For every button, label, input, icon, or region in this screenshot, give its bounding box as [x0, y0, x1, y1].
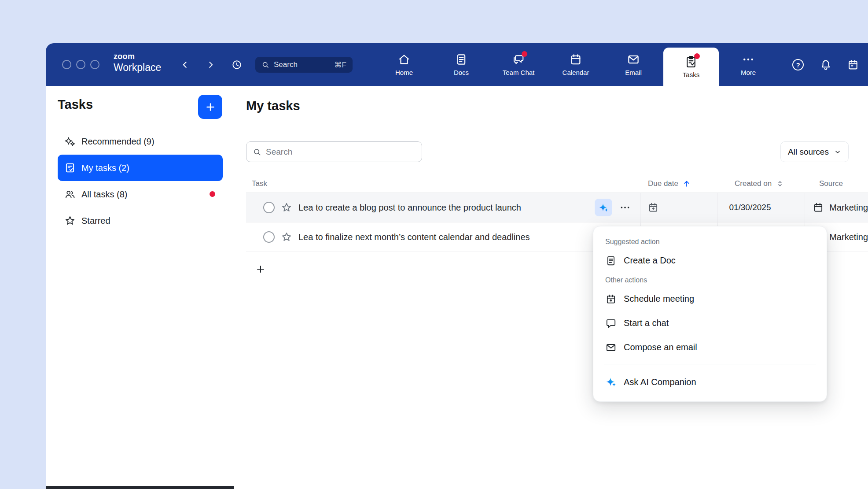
- team-chat-icon: [512, 53, 525, 66]
- other-actions-label: Other actions: [593, 273, 827, 287]
- calendar-panel-button[interactable]: [846, 58, 860, 71]
- chevron-down-icon: [834, 148, 841, 156]
- created-on-cell: 01/30/2025: [718, 193, 805, 222]
- popup-item-schedule-meeting[interactable]: Schedule meeting: [593, 287, 827, 311]
- sidebar-item-starred[interactable]: Starred: [58, 207, 223, 234]
- nav-more[interactable]: More: [724, 43, 772, 86]
- popup-item-ask-ai-companion[interactable]: Ask AI Companion: [593, 369, 827, 395]
- sidebar-item-recommended[interactable]: Recommended (9): [58, 128, 223, 155]
- add-task-inline-button[interactable]: [254, 263, 267, 276]
- popup-item-label: Ask AI Companion: [624, 377, 696, 387]
- popup-divider: [604, 364, 816, 364]
- nav-label: Tasks: [683, 71, 699, 78]
- sources-filter-value: All sources: [788, 147, 829, 157]
- sidebar-list: Recommended (9) My tasks (2) All tasks (…: [58, 128, 223, 234]
- source-value: Marketing: [829, 232, 868, 242]
- more-ellipsis-icon: [742, 53, 755, 66]
- task-cell: Lea to finalize next month’s content cal…: [246, 222, 641, 252]
- envelope-icon: [605, 342, 617, 353]
- sparkles-icon: [64, 136, 76, 147]
- chevron-left-icon: [180, 60, 190, 70]
- row-more-button[interactable]: [618, 201, 632, 214]
- tasks-search-field[interactable]: [246, 141, 422, 162]
- nav-team-chat[interactable]: Team Chat: [494, 43, 543, 86]
- suggested-action-label: Suggested action: [593, 234, 827, 248]
- tasks-sidebar: Tasks Recommended (9) My tasks (2): [46, 86, 234, 489]
- tasks-search-input[interactable]: [266, 147, 416, 157]
- plus-icon: [255, 264, 266, 274]
- my-tasks-panel: My tasks All sources Task Due date Cre: [234, 86, 868, 489]
- nav-docs[interactable]: Docs: [437, 43, 485, 86]
- sidebar-bottom-edge: [46, 486, 234, 489]
- docs-icon: [455, 53, 468, 66]
- calendar-plus-icon: [605, 293, 617, 305]
- window-control-circle[interactable]: [62, 60, 71, 69]
- notifications-button[interactable]: [819, 58, 832, 71]
- nav-label: Team Chat: [503, 69, 535, 76]
- sidebar-item-label: Starred: [81, 216, 110, 226]
- sources-filter-dropdown[interactable]: All sources: [780, 141, 849, 162]
- table-header-row: Task Due date Created on Source: [246, 174, 868, 193]
- window-control-circle[interactable]: [90, 60, 99, 69]
- window-control-circle[interactable]: [76, 60, 85, 69]
- window-controls: [62, 60, 99, 69]
- popup-item-label: Schedule meeting: [624, 294, 694, 304]
- popup-item-start-chat[interactable]: Start a chat: [593, 311, 827, 335]
- task-row[interactable]: Lea to create a blog post to announce th…: [246, 193, 868, 222]
- created-on-value: 01/30/2025: [729, 203, 771, 212]
- help-button[interactable]: ?: [791, 58, 805, 71]
- bell-icon: [820, 59, 832, 71]
- chevron-right-icon: [206, 60, 216, 70]
- column-header-created-on[interactable]: Created on: [724, 179, 812, 188]
- star-task-button[interactable]: [281, 231, 292, 243]
- tasks-notification-dot: [694, 53, 700, 59]
- logo-workplace-text: Workplace: [114, 62, 161, 73]
- task-complete-checkbox[interactable]: [263, 202, 275, 213]
- page-title: My tasks: [246, 99, 300, 113]
- plus-icon: [205, 101, 216, 113]
- ai-actions-popup: Suggested action Create a Doc Other acti…: [593, 226, 827, 402]
- nav-home[interactable]: Home: [380, 43, 428, 86]
- search-shortcut-hint: ⌘F: [335, 60, 346, 70]
- global-search[interactable]: Search ⌘F: [255, 57, 353, 73]
- history-button[interactable]: [230, 58, 244, 72]
- zoom-workplace-logo: zoom Workplace: [114, 52, 161, 73]
- calendar-plus-icon: [647, 202, 659, 213]
- search-icon: [253, 148, 261, 156]
- new-task-button[interactable]: [198, 95, 222, 119]
- task-title: Lea to create a blog post to announce th…: [298, 203, 521, 213]
- popup-item-compose-email[interactable]: Compose an email: [593, 335, 827, 359]
- sidebar-item-label: Recommended (9): [81, 137, 154, 147]
- nav-email[interactable]: Email: [609, 43, 658, 86]
- column-header-due-date[interactable]: Due date: [646, 179, 724, 188]
- email-icon: [627, 53, 640, 66]
- nav-calendar[interactable]: Calendar: [552, 43, 600, 86]
- desktop-background: zoom Workplace Search ⌘F: [0, 0, 868, 489]
- search-icon: [261, 61, 269, 69]
- ai-sparkle-icon: [598, 202, 609, 213]
- popup-item-label: Start a chat: [624, 318, 669, 328]
- source-value: Marketing: [829, 203, 868, 213]
- popup-item-create-doc[interactable]: Create a Doc: [593, 248, 827, 273]
- team-chat-notification-dot: [522, 51, 527, 57]
- all-tasks-notification-dot: [210, 191, 215, 197]
- star-icon: [64, 215, 76, 226]
- sidebar-item-my-tasks[interactable]: My tasks (2): [58, 155, 223, 181]
- ai-companion-actions-button[interactable]: [595, 199, 612, 216]
- back-button[interactable]: [178, 58, 192, 72]
- doc-icon: [605, 255, 617, 267]
- logo-zoom-text: zoom: [114, 52, 161, 61]
- add-due-date-button[interactable]: [647, 201, 660, 214]
- nav-label: Email: [625, 69, 642, 76]
- column-label: Due date: [648, 179, 678, 188]
- sidebar-item-all-tasks[interactable]: All tasks (8): [58, 181, 223, 207]
- source-cell: Marketing: [805, 193, 868, 222]
- nav-tasks-active[interactable]: Tasks: [663, 48, 719, 86]
- star-task-button[interactable]: [281, 202, 292, 213]
- forward-button[interactable]: [204, 58, 218, 72]
- ellipsis-icon: [619, 202, 631, 213]
- tasks-icon: [684, 55, 698, 68]
- task-complete-checkbox[interactable]: [263, 231, 275, 243]
- sort-toggle-icon: [776, 180, 784, 188]
- due-date-cell: [641, 193, 718, 222]
